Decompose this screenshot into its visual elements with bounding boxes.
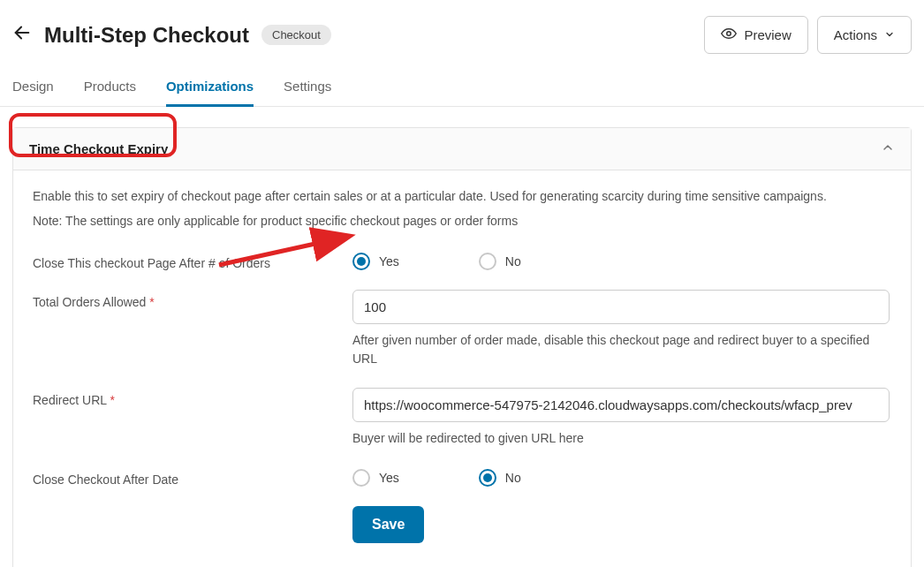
radio-label: No [505, 471, 521, 485]
panel-header[interactable]: Time Checkout Expiry [13, 128, 911, 170]
back-arrow-icon[interactable] [12, 23, 32, 48]
time-checkout-expiry-panel: Time Checkout Expiry Enable this to set … [12, 127, 912, 567]
redirect-url-input[interactable] [352, 388, 890, 422]
chevron-down-icon [884, 27, 895, 42]
tab-design[interactable]: Design [12, 70, 54, 107]
total-orders-label: Total Orders Allowed * [33, 290, 352, 309]
required-mark: * [149, 295, 154, 309]
page-title: Multi-Step Checkout [44, 23, 249, 48]
close-after-orders-yes[interactable]: Yes [352, 253, 399, 270]
tabs: Design Products Optimizations Settings [0, 70, 924, 107]
tab-optimizations[interactable]: Optimizations [166, 70, 254, 107]
close-after-orders-label: Close This checkout Page After # of Orde… [33, 251, 352, 270]
redirect-url-help: Buyer will be redirected to given URL he… [352, 429, 890, 448]
radio-label: Yes [379, 254, 399, 268]
panel-title: Time Checkout Expiry [29, 141, 168, 156]
radio-icon [479, 469, 496, 487]
panel-description: Enable this to set expiry of checkout pa… [33, 186, 891, 206]
radio-icon [352, 469, 370, 487]
close-after-date-yes[interactable]: Yes [352, 469, 399, 487]
total-orders-input[interactable] [352, 290, 890, 324]
chevron-up-icon [881, 140, 895, 157]
tab-products[interactable]: Products [84, 70, 136, 107]
radio-label: No [505, 254, 521, 268]
preview-button[interactable]: Preview [704, 16, 807, 54]
panel-note: Note: The settings are only applicable f… [33, 211, 891, 231]
eye-icon [721, 26, 737, 44]
actions-label: Actions [834, 27, 877, 42]
radio-label: Yes [379, 471, 399, 485]
redirect-url-label: Redirect URL * [33, 388, 352, 407]
tab-settings[interactable]: Settings [284, 70, 331, 107]
required-mark: * [110, 393, 114, 407]
total-orders-help: After given number of order made, disabl… [352, 331, 890, 368]
svg-point-1 [727, 32, 731, 36]
close-after-orders-no[interactable]: No [479, 253, 521, 270]
save-button[interactable]: Save [352, 506, 424, 543]
radio-icon [352, 253, 370, 270]
preview-label: Preview [744, 27, 791, 42]
type-badge: Checkout [261, 25, 331, 45]
close-after-date-no[interactable]: No [479, 469, 521, 487]
radio-icon [479, 253, 496, 270]
actions-button[interactable]: Actions [817, 16, 912, 54]
close-after-date-label: Close Checkout After Date [33, 467, 352, 487]
